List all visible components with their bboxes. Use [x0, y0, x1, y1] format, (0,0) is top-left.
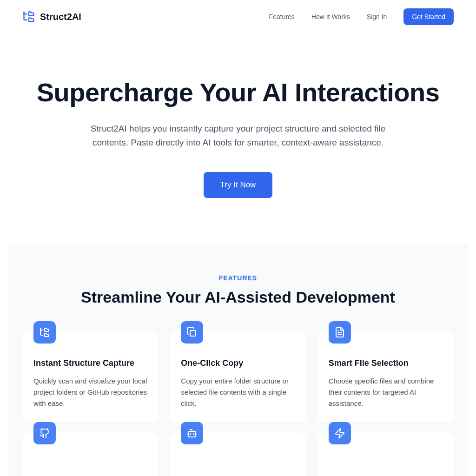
brand-name: Struct2AI	[40, 12, 81, 22]
feature-card-github	[22, 433, 159, 476]
hero-title: Supercharge Your AI Interactions	[26, 78, 450, 107]
feature-card-title: Smart File Selection	[329, 358, 443, 368]
hero-subtitle: Struct2AI helps you instantly capture yo…	[80, 122, 396, 150]
svg-rect-1	[188, 431, 196, 437]
header: Struct2AI Features How It Works Sign In …	[7, 0, 469, 33]
nav-sign-in[interactable]: Sign In	[367, 13, 387, 20]
get-started-button[interactable]: Get Started	[403, 8, 454, 25]
feature-card-title: Instant Structure Capture	[33, 358, 147, 368]
bot-icon	[181, 422, 203, 444]
features-section: FEATURES Streamline Your AI-Assisted Dev…	[7, 245, 469, 476]
feature-card-grid: Instant Structure Capture Quickly scan a…	[22, 332, 454, 476]
main-nav: Features How It Works Sign In Get Starte…	[269, 8, 454, 25]
nav-how-it-works[interactable]: How It Works	[311, 13, 350, 20]
feature-card-one-click-copy: One-Click Copy Copy your entire folder s…	[170, 332, 306, 422]
try-it-now-button[interactable]: Try It Now	[204, 172, 273, 198]
folder-tree-icon	[22, 10, 35, 23]
feature-card-title: One-Click Copy	[181, 358, 295, 368]
github-icon	[33, 422, 56, 444]
feature-card-smart-selection: Smart File Selection Choose specific fil…	[317, 332, 454, 422]
hero: Supercharge Your AI Interactions Struct2…	[7, 33, 469, 245]
feature-card-desc: Choose specific files and combine their …	[329, 376, 443, 409]
feature-card-desc: Copy your entire folder structure or sel…	[181, 376, 295, 409]
features-title: Streamline Your AI-Assisted Development	[22, 288, 454, 306]
copy-icon	[181, 321, 203, 344]
brand[interactable]: Struct2AI	[22, 10, 81, 23]
file-text-icon	[329, 321, 351, 344]
feature-card-structure-capture: Instant Structure Capture Quickly scan a…	[22, 332, 159, 422]
feature-card-fast	[317, 433, 454, 476]
zap-icon	[329, 422, 351, 444]
folder-tree-icon	[33, 321, 56, 344]
nav-features[interactable]: Features	[269, 13, 295, 20]
svg-rect-0	[190, 331, 196, 336]
features-eyebrow: FEATURES	[22, 274, 454, 282]
feature-card-ai	[170, 433, 306, 476]
feature-card-desc: Quickly scan and visualize your local pr…	[33, 376, 147, 409]
